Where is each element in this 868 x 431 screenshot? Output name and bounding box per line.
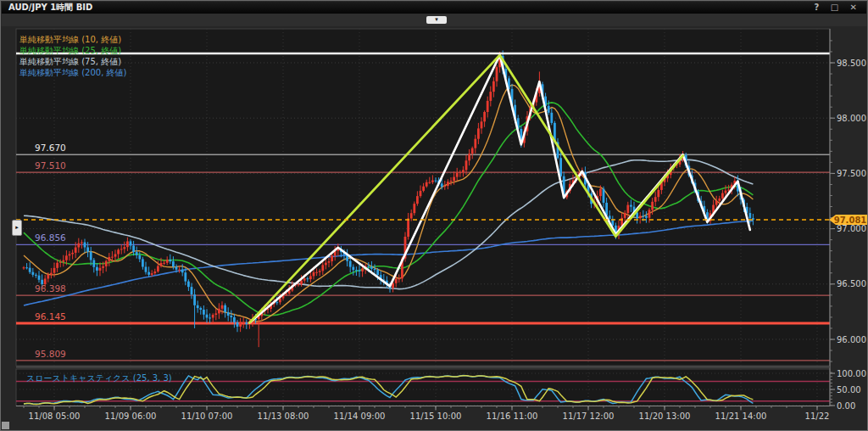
current-price-tag-label: 97.081 xyxy=(834,216,867,225)
y-axis-label: 96.000 xyxy=(837,335,866,344)
ma-legend: 単純移動平均線 (10, 終値) 単純移動平均線 (25, 終値) 単純移動平均… xyxy=(19,34,126,78)
price-level-label: 96.398 xyxy=(35,283,66,294)
resize-grip[interactable] xyxy=(2,422,9,429)
help-button[interactable]: ? xyxy=(811,2,823,14)
chart-plot-area[interactable] xyxy=(16,29,830,366)
x-axis-label: 11/14 09:00 xyxy=(334,411,386,421)
y-axis-label: 98.000 xyxy=(837,114,866,123)
maximize-button[interactable]: □ xyxy=(828,2,843,14)
x-axis-label: 11/13 08:00 xyxy=(258,411,309,421)
x-axis-label: 11/08 05:00 xyxy=(29,411,81,421)
price-level-label: 95.809 xyxy=(35,349,66,359)
y-axis-label: 98.500 xyxy=(837,59,866,68)
stoch-axis-label: 100.00 xyxy=(837,369,866,378)
window-title: AUD/JPY 1時間 BID xyxy=(8,3,92,12)
toolbar-strip: ▾ xyxy=(2,14,866,27)
chart-window: AUD/JPY 1時間 BID ? □ ✕ ▾ ▸ 単純移動平均線 (10, 終… xyxy=(0,0,868,431)
chevron-right-icon: ▸ xyxy=(15,224,19,231)
legend-item-sma200: 単純移動平均線 (200, 終値) xyxy=(19,67,126,78)
stoch-axis-label: 0.00 xyxy=(837,401,855,411)
x-axis-label: 11/10 07:00 xyxy=(181,411,233,421)
x-axis-label: 11/09 06:00 xyxy=(105,411,157,421)
price-level-label: 96.856 xyxy=(35,232,66,243)
x-axis-label: 11/15 10:00 xyxy=(410,411,462,421)
chart-canvas[interactable]: 98.50098.00097.50097.00096.50096.00011/0… xyxy=(1,26,868,431)
price-level-label: 96.145 xyxy=(35,311,66,322)
chevron-down-icon: ▾ xyxy=(435,16,438,23)
close-button[interactable]: ✕ xyxy=(848,2,861,14)
x-axis-label: 11/17 12:00 xyxy=(563,411,615,421)
price-level-label: 97.670 xyxy=(35,143,66,153)
toolbar-collapse-button[interactable]: ▾ xyxy=(426,16,447,24)
x-axis-label: 11/20 13:00 xyxy=(639,411,691,421)
y-axis-label: 97.500 xyxy=(837,169,866,178)
stochastic-label: スローストキャスティクス (25, 3, 3) xyxy=(26,372,172,384)
legend-item-sma75: 単純移動平均線 (75, 終値) xyxy=(19,56,126,67)
y-axis-label: 96.500 xyxy=(837,279,866,288)
y-axis-label: 97.000 xyxy=(837,224,866,233)
x-axis-label: 11/21 14:00 xyxy=(715,411,767,421)
price-level-label: 97.510 xyxy=(35,160,66,171)
legend-item-sma10: 単純移動平均線 (10, 終値) xyxy=(19,34,126,45)
window-titlebar[interactable]: AUD/JPY 1時間 BID ? □ ✕ xyxy=(2,2,866,14)
x-axis-label: 11/16 11:00 xyxy=(487,411,538,421)
left-panel-expand-button[interactable]: ▸ xyxy=(12,220,22,236)
x-axis-label: 11/22 xyxy=(805,411,830,421)
legend-item-sma25: 単純移動平均線 (25, 終値) xyxy=(19,45,126,56)
stoch-axis-label: 50.00 xyxy=(837,385,861,395)
